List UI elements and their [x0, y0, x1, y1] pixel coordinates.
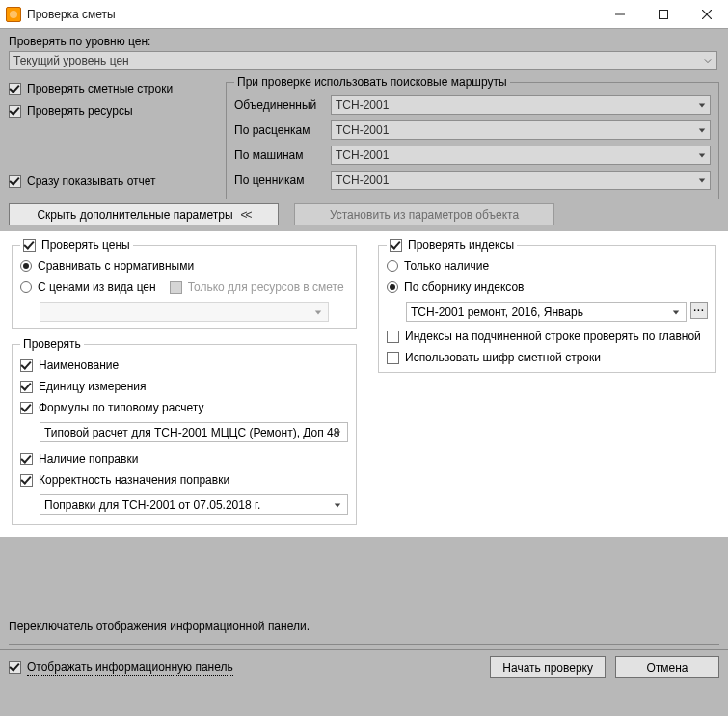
compare-view-label: С ценами из вида цен: [38, 280, 156, 294]
check-formulas-label: Формулы по типовому расчету: [39, 401, 203, 414]
check-unit-checkbox[interactable]: [20, 381, 33, 393]
check-prices-checkbox[interactable]: [23, 239, 36, 252]
route-dropdown-pricelists[interactable]: ТСН-2001: [331, 171, 711, 190]
maximize-button[interactable]: [641, 0, 685, 29]
chevron-left-double-icon: <<: [241, 208, 251, 222]
check-lines-checkbox[interactable]: [9, 83, 21, 95]
by-book-radio[interactable]: [387, 281, 398, 293]
check-unit-label: Единицу измерения: [39, 380, 147, 393]
check-fields-group: Проверять Наименование Единицу измерения…: [12, 344, 357, 525]
sub-by-main-label: Индексы на подчиненной строке проверять …: [405, 330, 701, 343]
check-indexes-checkbox[interactable]: [390, 239, 402, 252]
formulas-dropdown[interactable]: Типовой расчет для ТСН-2001 МЦЦС (Ремонт…: [40, 422, 348, 442]
check-formulas-checkbox[interactable]: [20, 402, 33, 414]
check-fix-correct-checkbox[interactable]: [20, 474, 33, 487]
route-dropdown-machines[interactable]: ТСН-2001: [331, 146, 711, 165]
check-resources-label: Проверять ресурсы: [27, 104, 133, 118]
check-name-checkbox[interactable]: [20, 359, 33, 372]
caret-down-icon: [672, 305, 680, 319]
window-controls: [598, 0, 728, 29]
set-from-object-button[interactable]: Установить из параметров объекта: [294, 203, 554, 225]
check-prices-title: Проверять цены: [41, 238, 130, 252]
svg-marker-10: [335, 503, 340, 507]
route-dropdown-combined[interactable]: ТСН-2001: [331, 95, 711, 115]
check-indexes-group: Проверять индексы Только наличие По сбор…: [378, 245, 716, 373]
show-info-panel-checkbox[interactable]: [9, 661, 21, 674]
check-fields-title: Проверять: [20, 337, 84, 351]
app-icon: [6, 7, 21, 22]
check-has-fix-label: Наличие поправки: [39, 452, 138, 465]
price-view-dropdown[interactable]: [40, 302, 329, 322]
caret-down-icon: [698, 123, 706, 137]
svg-rect-1: [659, 10, 667, 18]
check-resources-checkbox[interactable]: [9, 105, 21, 118]
route-label-pricelists: По ценникам: [234, 173, 331, 187]
minimize-button[interactable]: [598, 0, 641, 29]
show-report-checkbox[interactable]: [9, 175, 21, 188]
window-title: Проверка сметы: [27, 8, 598, 21]
caret-down-icon: [698, 173, 706, 187]
titlebar: Проверка сметы: [0, 0, 728, 29]
svg-marker-6: [699, 153, 705, 157]
only-in-estimate-label: Только для ресурсов в смете: [188, 280, 344, 294]
price-level-dropdown[interactable]: Текущий уровень цен: [9, 51, 717, 70]
close-button[interactable]: [685, 0, 728, 29]
svg-marker-7: [699, 178, 705, 182]
check-has-fix-checkbox[interactable]: [20, 453, 33, 465]
only-in-estimate-checkbox: [170, 281, 182, 294]
check-fix-correct-label: Корректность назначения поправки: [39, 473, 229, 487]
check-indexes-title: Проверять индексы: [408, 238, 514, 252]
footer: Отображать информационную панель Начать …: [0, 649, 728, 685]
show-info-panel-label[interactable]: Отображать информационную панель: [27, 660, 233, 676]
index-book-dropdown[interactable]: ТСН-2001 ремонт, 2016, Январь: [406, 302, 687, 322]
use-code-checkbox[interactable]: [387, 352, 399, 364]
route-label-rates: По расценкам: [234, 123, 331, 137]
price-level-label: Проверять по уровню цен:: [9, 35, 719, 48]
show-report-label: Сразу показывать отчет: [27, 174, 156, 188]
check-prices-group: Проверять цены Сравнивать с нормативными…: [12, 245, 357, 329]
caret-down-icon: [698, 98, 706, 112]
compare-norm-radio[interactable]: [20, 260, 32, 272]
routes-group: При проверке использовать поисковые марш…: [226, 82, 719, 199]
caret-down-icon: [334, 498, 341, 512]
check-lines-label: Проверять сметные строки: [27, 82, 173, 95]
caret-down-icon: [334, 426, 341, 439]
svg-marker-11: [673, 310, 679, 314]
price-level-value: Текущий уровень цен: [13, 54, 129, 67]
only-presence-radio[interactable]: [387, 260, 398, 272]
start-check-button[interactable]: Начать проверку: [490, 656, 606, 678]
status-area: Переключатель отображения информационной…: [0, 537, 728, 649]
route-dropdown-rates[interactable]: ТСН-2001: [331, 120, 711, 140]
sub-by-main-checkbox[interactable]: [387, 331, 399, 343]
only-presence-label: Только наличие: [404, 259, 489, 273]
caret-down-icon: [698, 148, 706, 162]
route-label-combined: Объединенный: [234, 98, 331, 112]
caret-down-icon: [314, 305, 322, 319]
main-pane: Проверять цены Сравнивать с нормативными…: [0, 231, 728, 537]
compare-view-radio[interactable]: [20, 281, 32, 293]
svg-marker-4: [699, 103, 705, 107]
status-text: Переключатель отображения информационной…: [9, 620, 310, 633]
svg-marker-9: [335, 431, 340, 435]
cancel-button[interactable]: Отмена: [615, 656, 719, 678]
by-book-label: По сборнику индексов: [404, 280, 524, 294]
chevron-down-icon: [702, 55, 714, 66]
check-name-label: Наименование: [39, 358, 119, 372]
index-book-browse-button[interactable]: ···: [690, 302, 708, 319]
compare-norm-label: Сравнивать с нормативными: [38, 259, 194, 273]
separator: [9, 644, 719, 645]
route-label-machines: По машинам: [234, 148, 331, 162]
routes-group-title: При проверке использовать поисковые марш…: [234, 75, 510, 89]
upper-panel: Проверять по уровню цен: Текущий уровень…: [0, 29, 728, 199]
svg-marker-8: [315, 310, 321, 314]
toggle-params-button[interactable]: Скрыть дополнительные параметры <<: [9, 203, 279, 225]
use-code-label: Использовать шифр сметной строки: [405, 351, 601, 364]
svg-marker-5: [699, 128, 705, 132]
fix-dropdown[interactable]: Поправки для ТСН-2001 от 07.05.2018 г.: [40, 494, 348, 515]
button-bar: Скрыть дополнительные параметры << Устан…: [0, 199, 728, 231]
